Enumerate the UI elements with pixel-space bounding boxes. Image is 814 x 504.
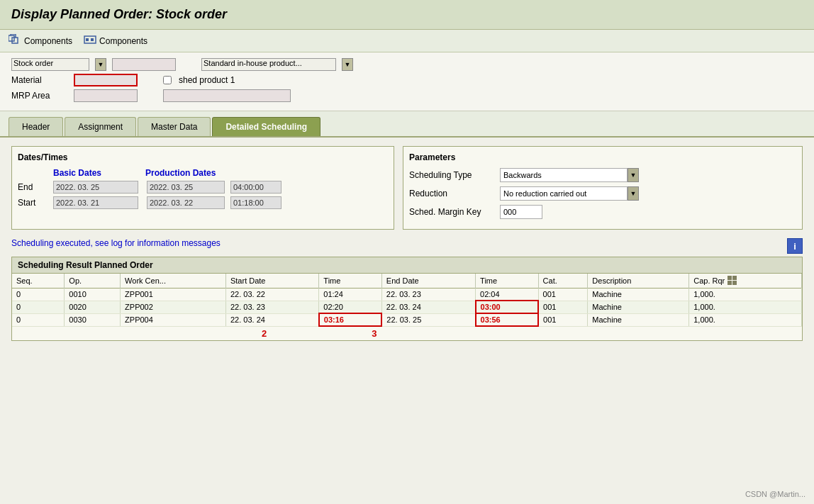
table-wrapper: Seq. Op. Work Cen... Start Date Time End…: [12, 274, 802, 340]
svg-rect-10: [727, 281, 732, 285]
col-start-time: Time: [319, 274, 382, 289]
end-label: End: [18, 182, 50, 192]
svg-rect-8: [727, 276, 732, 280]
svg-rect-7: [91, 38, 94, 41]
col-prod-header: Production Dates: [145, 168, 287, 178]
margin-key-label: Sched. Margin Key: [409, 207, 494, 217]
reduction-row: Reduction No reduction carried out ▼: [409, 186, 796, 201]
col-end-date: End Date: [381, 274, 475, 289]
sched-type-arrow[interactable]: ▼: [628, 168, 639, 182]
start-basic-date[interactable]: 2022. 03. 21: [53, 196, 138, 209]
dates-section-title: Dates/Times: [18, 152, 388, 162]
material-checkbox[interactable]: [163, 76, 172, 84]
table-row: 00020ZPP00222. 03. 2302:2022. 03. 2403:0…: [12, 301, 802, 313]
col-seq: Seq.: [12, 274, 65, 289]
sched-type-value: Backwards: [500, 168, 628, 182]
start-prod-date[interactable]: 2022. 03. 22: [147, 196, 225, 209]
material-row: Material shed product 1: [11, 74, 803, 86]
reduction-label: Reduction: [409, 189, 494, 198]
mrp-row: MRP Area: [11, 89, 803, 102]
toolbar-btn2-label: Components: [99, 36, 147, 46]
result-section: Scheduling Result Planned Order Seq. Op.…: [11, 257, 803, 341]
end-prod-time[interactable]: 04:00:00: [230, 181, 281, 194]
prod-type-field[interactable]: Standard in-house product...: [201, 58, 336, 71]
table-header-row: Seq. Op. Work Cen... Start Date Time End…: [12, 274, 802, 289]
components-icon-1: [9, 34, 21, 47]
order-row: Stock order ▼ Standard in-house product.…: [11, 58, 803, 71]
dates-section: Dates/Times Basic Dates Production Dates…: [11, 146, 394, 230]
result-table: Seq. Op. Work Cen... Start Date Time End…: [12, 274, 802, 327]
mrp-area-desc: [163, 89, 291, 102]
order-type-field[interactable]: Stock order: [11, 58, 89, 71]
material-label: Material: [11, 75, 68, 85]
margin-key-row: Sched. Margin Key 000: [409, 205, 796, 219]
table-row: 00010ZPP00122. 03. 2201:2422. 03. 2302:0…: [12, 289, 802, 301]
number-label-2: 2: [262, 328, 267, 339]
number-label-3: 3: [372, 328, 377, 339]
start-label: Start: [18, 198, 50, 208]
order-number-field[interactable]: [112, 58, 176, 71]
toolbar-btn1-label: Components: [24, 36, 72, 46]
toolbar-components-btn-2[interactable]: Components: [84, 34, 147, 47]
toolbar: Components Components: [0, 30, 814, 52]
end-prod-date[interactable]: 2022. 03. 25: [147, 181, 225, 194]
tab-assignment-label: Assignment: [78, 122, 123, 132]
svg-rect-6: [86, 38, 89, 41]
page-title: Display Planned Order: Stock order: [11, 7, 803, 22]
reduction-value: No reduction carried out: [500, 186, 628, 201]
product-name: shed product 1: [179, 75, 235, 85]
svg-rect-1: [12, 38, 18, 43]
sched-type-row: Scheduling Type Backwards ▼: [409, 168, 796, 182]
col-work-center: Work Cen...: [121, 274, 226, 289]
end-basic-date[interactable]: 2022. 03. 25: [53, 181, 138, 194]
col-op: Op.: [65, 274, 121, 289]
status-message: Scheduling executed, see log for informa…: [11, 238, 221, 248]
tab-header-label: Header: [22, 122, 50, 132]
col-start-date: Start Date: [225, 274, 318, 289]
sections-row: Dates/Times Basic Dates Production Dates…: [11, 146, 803, 230]
mrp-area-field[interactable]: [74, 89, 138, 102]
start-prod-time[interactable]: 01:18:00: [230, 196, 281, 209]
watermark: CSDN @Martin...: [745, 490, 805, 498]
svg-rect-9: [732, 276, 737, 280]
col-desc: Description: [588, 274, 689, 289]
number-labels: 2 3: [12, 327, 802, 340]
info-button[interactable]: i: [787, 238, 803, 254]
components-icon-2: [84, 34, 96, 47]
form-section: Stock order ▼ Standard in-house product.…: [0, 52, 814, 111]
margin-key-value[interactable]: 000: [500, 205, 542, 219]
reduction-arrow[interactable]: ▼: [628, 186, 639, 201]
svg-rect-0: [9, 35, 14, 41]
tab-assignment[interactable]: Assignment: [65, 117, 136, 136]
col-cat: Cat.: [538, 274, 588, 289]
tab-detailed-scheduling-label: Detailed Scheduling: [225, 122, 307, 132]
tab-header[interactable]: Header: [9, 117, 63, 136]
info-icon: i: [793, 241, 796, 252]
col-end-time: Time: [476, 274, 539, 289]
mrp-area-label: MRP Area: [11, 91, 68, 101]
result-title: Scheduling Result Planned Order: [12, 257, 802, 274]
col-cap: Cap. Rqr: [689, 274, 801, 288]
tab-detailed-scheduling[interactable]: Detailed Scheduling: [212, 117, 320, 136]
toolbar-components-btn-1[interactable]: Components: [9, 34, 72, 47]
end-date-row: End 2022. 03. 25 2022. 03. 25 04:00:00: [18, 181, 388, 194]
params-section: Parameters Scheduling Type Backwards ▼ R…: [403, 146, 803, 230]
table-row: 00030ZPP00422. 03. 2403:1622. 03. 2503:5…: [12, 313, 802, 326]
svg-rect-11: [732, 281, 737, 285]
tab-master-data[interactable]: Master Data: [138, 117, 211, 136]
main-content: Dates/Times Basic Dates Production Dates…: [0, 138, 814, 349]
start-date-row: Start 2022. 03. 21 2022. 03. 22 01:18:00: [18, 196, 388, 209]
tab-master-data-label: Master Data: [151, 122, 197, 132]
sched-type-label: Scheduling Type: [409, 170, 494, 180]
params-section-title: Parameters: [409, 152, 796, 162]
tabs-container: Header Assignment Master Data Detailed S…: [0, 111, 814, 138]
dates-header-row: Basic Dates Production Dates: [53, 168, 388, 178]
title-bar: Display Planned Order: Stock order: [0, 0, 814, 30]
prod-type-arrow[interactable]: ▼: [342, 58, 353, 71]
sched-type-dropdown[interactable]: Backwards ▼: [500, 168, 639, 182]
material-field[interactable]: [74, 74, 138, 86]
order-type-arrow[interactable]: ▼: [95, 58, 106, 71]
reduction-dropdown[interactable]: No reduction carried out ▼: [500, 186, 639, 201]
col-basic-header: Basic Dates: [53, 168, 145, 178]
